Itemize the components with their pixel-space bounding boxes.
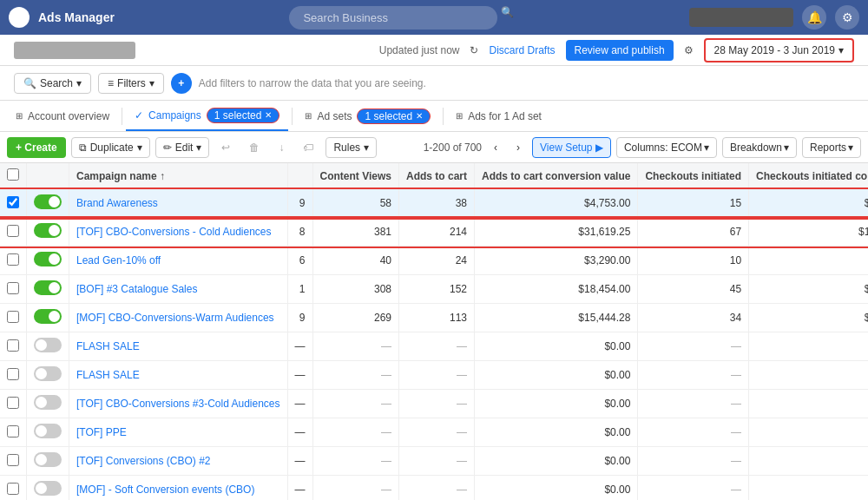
- row-checkbox[interactable]: [7, 196, 19, 208]
- tab-campaigns[interactable]: ✓ Campaigns 1 selected ✕: [126, 101, 288, 131]
- settings-icon[interactable]: ⚙: [835, 5, 859, 30]
- search-input[interactable]: [289, 6, 497, 30]
- filters-button[interactable]: ≡ Filters ▾: [98, 73, 164, 94]
- row-toggle-cell[interactable]: [27, 447, 69, 476]
- campaign-name-link[interactable]: [MOF] - Soft Conversion events (CBO): [76, 484, 254, 496]
- campaign-toggle[interactable]: [34, 481, 62, 496]
- row-checkbox[interactable]: [7, 225, 19, 237]
- row-toggle-cell[interactable]: [27, 390, 69, 418]
- review-publish-button[interactable]: Review and publish: [566, 40, 674, 61]
- row-toggle-cell[interactable]: [27, 304, 69, 332]
- next-page-button[interactable]: ›: [510, 138, 527, 157]
- row-toggle-cell[interactable]: [27, 332, 69, 361]
- columns-button[interactable]: Columns: ECOM ▾: [616, 137, 717, 158]
- row-checkbox[interactable]: [7, 397, 19, 409]
- row-checkbox[interactable]: [7, 282, 19, 294]
- row-toggle-cell[interactable]: [27, 275, 69, 304]
- discard-drafts-button[interactable]: Discard Drafts: [489, 44, 555, 56]
- campaign-toggle[interactable]: [34, 194, 62, 209]
- rules-button[interactable]: Rules ▾: [326, 137, 377, 158]
- row-checkbox-cell[interactable]: [0, 247, 27, 275]
- row-checkbox[interactable]: [7, 368, 19, 380]
- duplicate-button[interactable]: ⧉ Duplicate ▾: [71, 137, 150, 158]
- adsets-clear-icon[interactable]: ✕: [416, 111, 423, 121]
- reports-button[interactable]: Reports ▾: [802, 137, 861, 158]
- tag-button[interactable]: 🏷: [296, 138, 320, 157]
- row-checkbox[interactable]: [7, 253, 19, 266]
- row-checkbox[interactable]: [7, 483, 19, 495]
- refresh-icon[interactable]: ↻: [470, 44, 478, 56]
- campaign-name-link[interactable]: [BOF] #3 Catalogue Sales: [76, 283, 197, 295]
- delete-button[interactable]: 🗑: [242, 138, 266, 157]
- tab-ads[interactable]: ⊞ Ads for 1 Ad set: [447, 101, 550, 131]
- row-checkbox[interactable]: [7, 454, 19, 466]
- campaigns-selected-badge[interactable]: 1 selected ✕: [207, 108, 280, 123]
- edit-button[interactable]: ✏ Edit ▾: [155, 137, 210, 158]
- campaign-toggle[interactable]: [34, 223, 62, 238]
- row-name-cell: [TOF] Conversions (CBO) #2: [69, 447, 288, 476]
- campaign-toggle[interactable]: [34, 252, 62, 266]
- row-toggle-cell[interactable]: [27, 361, 69, 390]
- campaign-name-link[interactable]: [TOF] Conversions (CBO) #2: [76, 455, 211, 467]
- profile-button[interactable]: [689, 8, 793, 27]
- row-toggle-cell[interactable]: [27, 418, 69, 447]
- select-all-checkbox[interactable]: [7, 168, 19, 181]
- adsets-selected-badge[interactable]: 1 selected ✕: [357, 109, 431, 124]
- date-range-button[interactable]: 28 May 2019 - 3 Jun 2019 ▾: [704, 38, 854, 62]
- breakdown-button[interactable]: Breakdown ▾: [722, 137, 797, 158]
- campaign-toggle[interactable]: [34, 452, 62, 467]
- row-checkbox-cell[interactable]: [0, 189, 27, 218]
- campaign-toggle[interactable]: [34, 395, 62, 410]
- row-checkbox-cell[interactable]: [0, 332, 27, 361]
- content-views-column-header[interactable]: Content Views: [312, 163, 398, 189]
- notifications-icon[interactable]: 🔔: [802, 5, 826, 30]
- campaign-toggle[interactable]: [34, 338, 62, 352]
- row-checkbox[interactable]: [7, 311, 19, 323]
- row-toggle-cell[interactable]: [27, 247, 69, 275]
- row-toggle-cell[interactable]: [27, 476, 69, 501]
- campaign-name-link[interactable]: [TOF] PPE: [76, 426, 127, 438]
- campaign-toggle[interactable]: [34, 309, 62, 324]
- row-checkbox-cell[interactable]: [0, 447, 27, 476]
- campaign-name-link[interactable]: Lead Gen-10% off: [76, 254, 161, 266]
- adds-cart-value-column-header[interactable]: Adds to cart conversion value: [475, 163, 638, 189]
- campaign-toggle[interactable]: [34, 366, 62, 381]
- row-toggle-cell[interactable]: [27, 189, 69, 218]
- row-checkbox-cell[interactable]: [0, 476, 27, 501]
- tab-adsets[interactable]: ⊞ Ad sets 1 selected ✕: [296, 101, 439, 131]
- row-checkbox[interactable]: [7, 339, 19, 352]
- campaign-name-link[interactable]: [TOF] CBO-Conversions - Cold Audiences: [76, 226, 272, 238]
- checkouts-column-header[interactable]: Checkouts initiated: [638, 163, 749, 189]
- adds-to-cart-column-header[interactable]: Adds to cart: [399, 163, 475, 189]
- sort-column-header[interactable]: [287, 163, 312, 189]
- publish-settings-icon[interactable]: ⚙: [684, 44, 694, 56]
- row-checkbox-cell[interactable]: [0, 275, 27, 304]
- checkouts-value-column-header[interactable]: Checkouts initiated conversion: [749, 163, 868, 189]
- row-toggle-cell[interactable]: [27, 218, 69, 247]
- add-filter-button[interactable]: +: [171, 73, 192, 94]
- campaign-name-column-header[interactable]: Campaign name ↑: [69, 163, 288, 189]
- search-icon[interactable]: 🔍: [501, 6, 514, 30]
- search-filter-button[interactable]: 🔍 Search ▾: [14, 73, 91, 94]
- campaign-name-link[interactable]: [TOF] CBO-Conversions #3-Cold Audiences: [76, 398, 280, 410]
- export-button[interactable]: ↓: [272, 138, 291, 157]
- campaign-name-link[interactable]: FLASH SALE: [76, 340, 140, 352]
- row-checkbox-cell[interactable]: [0, 361, 27, 390]
- view-setup-button[interactable]: View Setup ▶: [532, 137, 611, 158]
- tab-account-overview[interactable]: ⊞ Account overview: [7, 101, 118, 131]
- campaign-name-link[interactable]: [MOF] CBO-Conversions-Warm Audiences: [76, 312, 274, 324]
- row-checkbox-cell[interactable]: [0, 218, 27, 247]
- campaign-toggle[interactable]: [34, 280, 62, 295]
- campaign-name-link[interactable]: Brand Awareness: [76, 197, 158, 209]
- row-checkbox-cell[interactable]: [0, 418, 27, 447]
- campaigns-clear-icon[interactable]: ✕: [265, 110, 272, 120]
- campaign-toggle[interactable]: [34, 424, 62, 438]
- campaign-name-link[interactable]: FLASH SALE: [76, 369, 140, 381]
- create-button[interactable]: + Create: [7, 137, 66, 158]
- row-checkbox-cell[interactable]: [0, 304, 27, 332]
- undo-button[interactable]: ↩: [214, 138, 237, 157]
- row-checkbox[interactable]: [7, 425, 19, 438]
- prev-page-button[interactable]: ‹: [487, 138, 504, 157]
- row-checkbox-cell[interactable]: [0, 390, 27, 418]
- select-all-checkbox-header[interactable]: [0, 163, 27, 189]
